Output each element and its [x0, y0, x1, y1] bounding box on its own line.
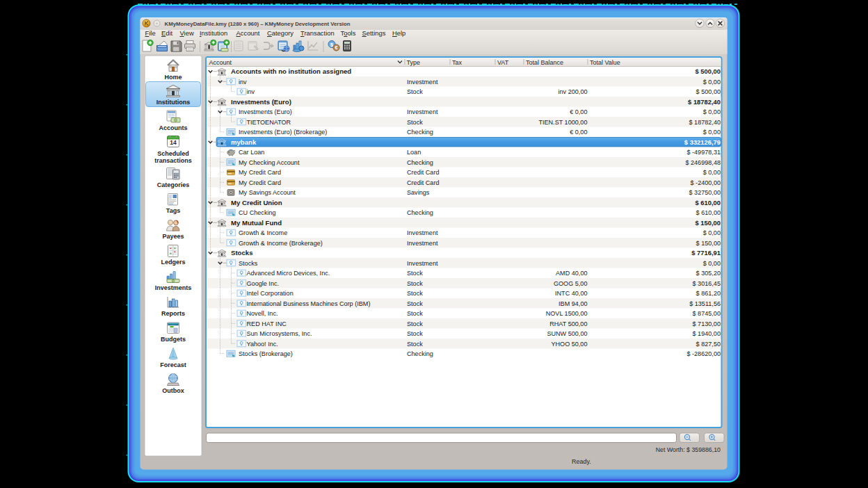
svg-text:Checking: Checking [407, 129, 433, 136]
svg-text:$ -2400,00: $ -2400,00 [691, 179, 721, 186]
svg-text:Stock: Stock [407, 341, 423, 348]
svg-text:File: File [145, 29, 156, 37]
svg-text:Budgets: Budgets [161, 336, 186, 343]
svg-text:TIETOENATOR: TIETOENATOR [247, 119, 291, 126]
svg-text:$ 305,20: $ 305,20 [696, 270, 721, 277]
svg-text:Google Inc.: Google Inc. [247, 280, 280, 287]
svg-text:inv 200,00: inv 200,00 [558, 88, 588, 95]
svg-text:My Checking Account: My Checking Account [239, 159, 300, 166]
svg-text:Yahoo! Inc.: Yahoo! Inc. [247, 341, 278, 348]
svg-text:$ 827,50: $ 827,50 [696, 341, 721, 348]
svg-text:Institution: Institution [200, 29, 227, 37]
svg-text:Stock: Stock [407, 330, 423, 337]
svg-text:Total Value: Total Value [590, 59, 620, 66]
svg-text:Reports: Reports [161, 310, 185, 317]
svg-text:Outbox: Outbox [162, 387, 184, 394]
svg-text:My Savings Account: My Savings Account [239, 189, 296, 196]
svg-text:Category: Category [267, 29, 294, 37]
svg-text:$ -49978,31: $ -49978,31 [686, 149, 721, 156]
svg-text:Stock: Stock [407, 300, 423, 307]
svg-text:Net Worth: $ 359886,10: Net Worth: $ 359886,10 [656, 446, 721, 453]
svg-text:Stock: Stock [407, 280, 423, 287]
svg-text:$ 861,20: $ 861,20 [696, 290, 721, 297]
svg-text:$ 8745,00: $ 8745,00 [693, 310, 721, 317]
svg-text:Tags: Tags [166, 207, 180, 214]
svg-text:Car Loan: Car Loan [239, 149, 264, 156]
svg-text:$ -28620,00: $ -28620,00 [686, 350, 721, 357]
svg-text:14: 14 [170, 139, 177, 146]
svg-text:Sun Microsystems, Inc.: Sun Microsystems, Inc. [247, 330, 312, 337]
svg-text:Categories: Categories [157, 181, 190, 188]
svg-text:Stock: Stock [407, 310, 423, 317]
svg-text:$ 18782,40: $ 18782,40 [688, 98, 721, 106]
svg-text:Advanced Micro Devices, Inc.: Advanced Micro Devices, Inc. [247, 270, 330, 277]
svg-text:NOVL 1500,00: NOVL 1500,00 [546, 310, 588, 317]
svg-text:$ 150,00: $ 150,00 [696, 240, 721, 247]
svg-text:Payees: Payees [162, 233, 184, 240]
svg-text:$ 0,00: $ 0,00 [703, 79, 721, 86]
svg-text:IBM 94,00: IBM 94,00 [558, 300, 587, 307]
svg-text:Stocks: Stocks [231, 249, 252, 257]
svg-text:Investment: Investment [407, 240, 438, 247]
svg-text:Stocks: Stocks [239, 260, 258, 267]
svg-text:$ 0,00: $ 0,00 [703, 169, 721, 176]
svg-text:$ 500,00: $ 500,00 [696, 88, 721, 95]
svg-text:SUNW 500,00: SUNW 500,00 [547, 330, 587, 337]
svg-text:$ 32750,00: $ 32750,00 [689, 189, 721, 196]
svg-text:$ 150,00: $ 150,00 [696, 219, 721, 227]
svg-text:Stock: Stock [407, 88, 423, 95]
svg-text:View: View [180, 29, 194, 37]
svg-text:INTC 40,00: INTC 40,00 [555, 290, 588, 297]
svg-text:Ready.: Ready. [572, 458, 591, 465]
svg-text:Accounts: Accounts [159, 124, 187, 131]
svg-text:Growth & Income: Growth & Income [239, 229, 287, 236]
svg-text:My Credit Union: My Credit Union [231, 199, 282, 206]
svg-text:$ 7130,00: $ 7130,00 [693, 320, 721, 327]
svg-text:Investments (Euro): Investments (Euro) [239, 108, 292, 115]
svg-text:RHAT 500,00: RHAT 500,00 [549, 320, 587, 327]
svg-text:$ 0,00: $ 0,00 [703, 129, 721, 136]
svg-text:Account: Account [236, 29, 260, 37]
svg-text:$ 610,00: $ 610,00 [696, 199, 721, 206]
svg-text:transactions: transactions [154, 157, 192, 164]
svg-text:inv: inv [247, 88, 255, 95]
svg-text:Savings: Savings [407, 189, 430, 196]
svg-text:$ 1940,00: $ 1940,00 [693, 330, 721, 337]
svg-text:Intel Corporation: Intel Corporation [247, 290, 294, 297]
svg-text:Checking: Checking [407, 209, 433, 216]
svg-text:Home: Home [164, 74, 182, 81]
svg-text:Loan: Loan [407, 149, 421, 156]
svg-text:$ 332126,79: $ 332126,79 [684, 138, 721, 146]
svg-text:International Business Machine: International Business Machines Corp (IB… [247, 300, 371, 307]
svg-text:Forecast: Forecast [160, 361, 186, 368]
svg-text:My Credit Card: My Credit Card [239, 179, 281, 186]
svg-text:TIEN.ST 1000,00: TIEN.ST 1000,00 [538, 119, 587, 126]
svg-text:Stock: Stock [407, 320, 423, 327]
svg-text:Investments: Investments [155, 284, 192, 291]
svg-text:$ 13511,56: $ 13511,56 [689, 300, 721, 307]
svg-text:Investments (Euro): Investments (Euro) [231, 98, 291, 106]
svg-text:CU Checking: CU Checking [239, 209, 276, 216]
svg-text:Checking: Checking [407, 159, 433, 166]
svg-text:Scheduled: Scheduled [157, 150, 189, 157]
svg-text:KMyMoneyDataFile.kmy (1280 x 9: KMyMoneyDataFile.kmy (1280 x 960) – KMyM… [165, 21, 351, 27]
svg-text:AMD 40,00: AMD 40,00 [556, 270, 588, 277]
svg-text:Growth & Income (Brokerage): Growth & Income (Brokerage) [239, 240, 323, 247]
svg-text:Investment: Investment [407, 260, 438, 267]
svg-text:Credit Card: Credit Card [407, 169, 440, 176]
svg-text:mybank: mybank [231, 138, 257, 146]
svg-text:Investment: Investment [407, 108, 438, 115]
svg-text:Credit Card: Credit Card [407, 179, 440, 186]
svg-text:€ 0,00: € 0,00 [570, 108, 587, 115]
svg-text:Type: Type [407, 59, 421, 66]
svg-text:Settings: Settings [362, 29, 386, 37]
svg-text:Ledgers: Ledgers [161, 259, 185, 266]
svg-text:Checking: Checking [407, 350, 433, 357]
svg-text:$ 246998,48: $ 246998,48 [685, 159, 721, 166]
svg-text:€ 0,00: € 0,00 [570, 129, 587, 136]
svg-text:Total Balance: Total Balance [526, 59, 563, 66]
svg-text:$ 500,00: $ 500,00 [696, 67, 721, 75]
svg-text:My Mutual Fund: My Mutual Fund [231, 219, 282, 227]
svg-text:Account: Account [209, 59, 232, 66]
svg-text:$ 3016,45: $ 3016,45 [693, 280, 721, 287]
